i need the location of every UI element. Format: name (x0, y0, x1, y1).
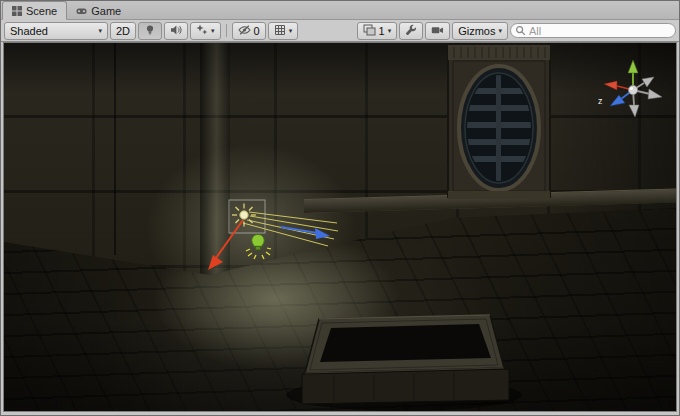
bulb-icon (144, 24, 156, 38)
tab-scene[interactable]: Scene (2, 1, 67, 20)
scene-viewport[interactable]: z (3, 42, 677, 412)
scene-audio-toggle[interactable] (164, 22, 188, 40)
tab-game-label: Game (91, 5, 121, 17)
tab-scene-label: Scene (26, 5, 57, 17)
overlay-count: 1 (379, 25, 385, 37)
draw-mode-dropdown[interactable]: Shaded ▾ (4, 22, 108, 40)
gizmos-label: Gizmos (458, 25, 495, 37)
tab-bar: Scene Game (1, 1, 679, 20)
gizmo-z-label: z (598, 96, 603, 106)
magnifier-icon (515, 22, 526, 40)
scene-tab-grid-icon (12, 6, 22, 16)
tab-game[interactable]: Game (67, 2, 130, 19)
hidden-object-count: 0 (254, 25, 260, 37)
chevron-down-icon: ▾ (289, 27, 293, 34)
toolbar-separator (226, 24, 227, 37)
grid-settings-dropdown[interactable]: ▾ (268, 22, 299, 40)
game-tab-gamepad-icon (76, 6, 87, 16)
chevron-down-icon: ▾ (98, 27, 102, 34)
editor-tools-button[interactable] (399, 22, 423, 40)
scene-search-field[interactable] (510, 23, 676, 38)
frames-icon (363, 24, 376, 38)
scene-effects-dropdown[interactable]: ▾ (190, 22, 221, 40)
chevron-down-icon: ▾ (388, 27, 392, 34)
wrench-icon (405, 24, 417, 38)
scene-toolbar: Shaded ▾ 2D ▾ 0 (1, 20, 679, 42)
scene-search-input[interactable] (529, 25, 669, 37)
stone-trough[interactable] (286, 315, 522, 411)
grid-icon (274, 24, 286, 38)
gizmos-dropdown[interactable]: Gizmos ▾ (452, 22, 508, 40)
video-camera-icon (431, 24, 444, 38)
directional-light-sun-gizmo[interactable] (232, 204, 256, 227)
move-handle-x[interactable] (208, 220, 243, 270)
scene-lighting-toggle[interactable] (138, 22, 162, 40)
scene-visibility-toggle[interactable]: 0 (232, 22, 266, 40)
scene-overlay: z (4, 43, 676, 411)
draw-mode-label: Shaded (10, 25, 48, 37)
carved-alcove[interactable] (448, 45, 550, 199)
eye-slash-icon (238, 24, 251, 38)
overlays-dropdown[interactable]: 1 ▾ (357, 22, 398, 40)
gizmo-center-sphere[interactable] (628, 85, 637, 94)
toggle-2d-button[interactable]: 2D (110, 22, 136, 40)
scene-camera-button[interactable] (425, 22, 450, 40)
speaker-icon (170, 24, 182, 38)
chevron-down-icon: ▾ (211, 27, 215, 34)
scene-panel-window: Scene Game Shaded ▾ 2D (0, 0, 680, 416)
orientation-gizmo[interactable]: z (598, 60, 662, 117)
point-light-bulb-gizmo[interactable] (246, 235, 271, 260)
toggle-2d-label: 2D (116, 25, 130, 37)
sparkle-icon (196, 24, 208, 38)
chevron-down-icon: ▾ (498, 27, 502, 34)
